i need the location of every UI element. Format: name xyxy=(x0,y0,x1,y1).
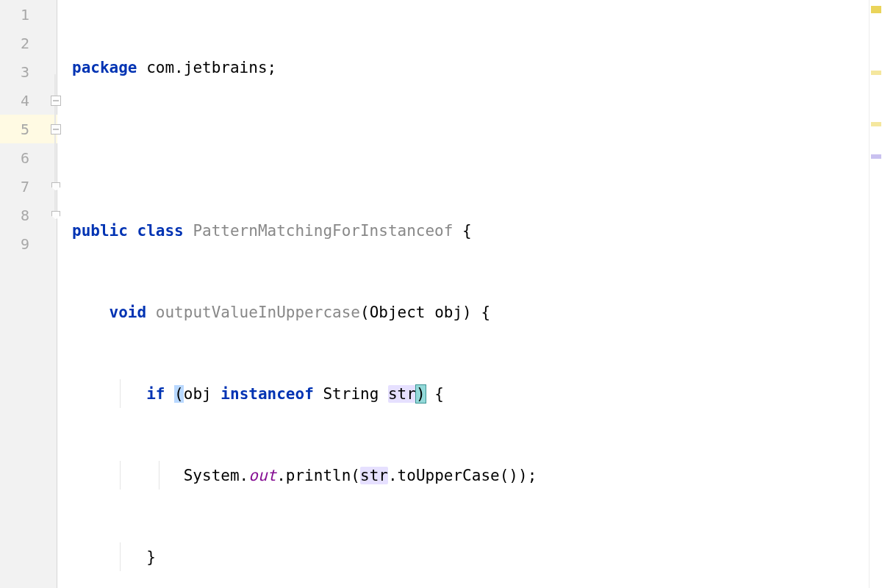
line-number: 5 xyxy=(0,121,34,138)
class-name: PatternMatchingForInstanceof xyxy=(193,222,453,240)
keyword-instanceof: instanceof xyxy=(220,385,313,403)
line-number: 9 xyxy=(0,235,34,253)
variable-usage: str xyxy=(360,467,388,484)
code-line[interactable]: package com.jetbrains; xyxy=(72,53,869,82)
error-stripe[interactable] xyxy=(869,0,882,588)
keyword-package: package xyxy=(72,59,137,76)
keyword-class: class xyxy=(137,222,184,240)
field-out: out xyxy=(248,467,276,484)
line-number: 7 xyxy=(0,178,34,196)
code-line-caret[interactable]: if (obj instanceof String str) { xyxy=(72,379,869,408)
code-editor[interactable]: 1 2 3 4 5 6 7 8 9 package com.jetbrains;… xyxy=(0,0,882,588)
code-line[interactable]: } xyxy=(72,542,869,571)
matched-paren-close: ) xyxy=(416,385,426,403)
line-number: 6 xyxy=(0,149,34,167)
keyword-if: if xyxy=(146,385,165,403)
code-line[interactable]: public class PatternMatchingForInstanceo… xyxy=(72,216,869,245)
pattern-variable: str xyxy=(388,385,416,403)
package-name: com.jetbrains xyxy=(146,59,267,76)
keyword-public: public xyxy=(72,222,128,240)
warning-marker[interactable] xyxy=(871,71,881,75)
line-number: 8 xyxy=(0,207,34,224)
code-text-area[interactable]: package com.jetbrains; public class Patt… xyxy=(57,0,869,588)
code-line[interactable]: void outputValueInUppercase(Object obj) … xyxy=(72,298,869,326)
warning-marker[interactable] xyxy=(871,122,881,126)
keyword-void: void xyxy=(110,304,147,321)
code-line[interactable] xyxy=(72,135,869,163)
line-number: 1 xyxy=(0,6,34,24)
line-number: 2 xyxy=(0,35,34,52)
method-name: outputValueInUppercase xyxy=(156,304,360,321)
matched-paren-open: ( xyxy=(174,385,184,403)
usage-marker[interactable] xyxy=(871,154,881,159)
analysis-status-icon[interactable] xyxy=(871,6,881,13)
code-line[interactable]: System.out.println(str.toUpperCase()); xyxy=(72,461,869,490)
line-number: 3 xyxy=(0,63,34,81)
gutter: 1 2 3 4 5 6 7 8 9 xyxy=(0,0,57,588)
line-number: 4 xyxy=(0,92,34,110)
